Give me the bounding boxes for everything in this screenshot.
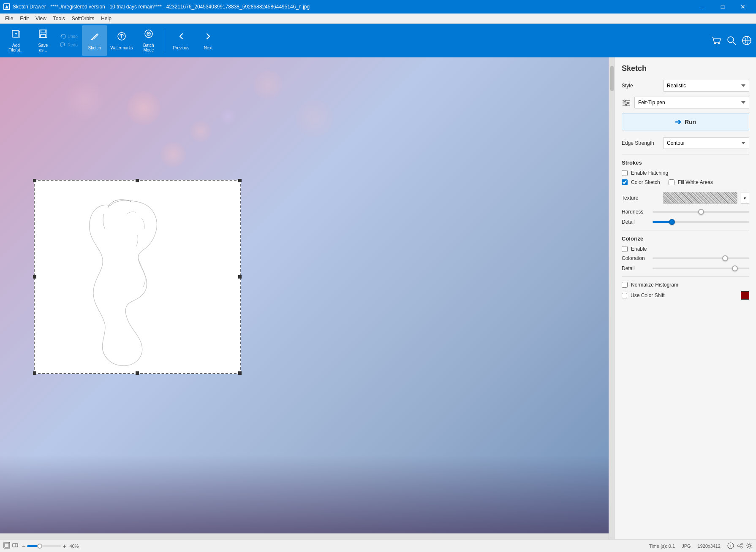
hardness-thumb[interactable] bbox=[698, 209, 704, 215]
color-sketch-checkbox[interactable] bbox=[622, 179, 628, 185]
watermarks-icon bbox=[117, 31, 127, 44]
next-button[interactable]: Next bbox=[196, 25, 221, 56]
texture-row: Texture ▾ bbox=[622, 192, 749, 204]
title-bar: Sketch Drawer - ****Unregistered version… bbox=[0, 0, 756, 14]
scroll-thumb[interactable] bbox=[610, 66, 614, 91]
svg-text:i: i bbox=[730, 544, 731, 548]
search-icon[interactable] bbox=[726, 35, 737, 46]
texture-dropdown-btn[interactable]: ▾ bbox=[741, 192, 749, 204]
close-button[interactable]: ✕ bbox=[733, 0, 753, 14]
next-icon bbox=[203, 31, 213, 44]
info-icon[interactable]: i bbox=[727, 542, 734, 550]
canvas-area[interactable] bbox=[0, 57, 609, 539]
svg-point-29 bbox=[741, 547, 742, 548]
enable-hatching-label[interactable]: Enable Hatching bbox=[631, 170, 668, 176]
color-sketch-row: Color Sketch bbox=[622, 179, 660, 185]
detail-colorize-fill bbox=[653, 268, 735, 269]
zoom-minus-button[interactable]: − bbox=[22, 543, 25, 549]
normalize-histogram-checkbox[interactable] bbox=[622, 282, 628, 288]
save-as-icon bbox=[38, 29, 48, 41]
coloration-thumb[interactable] bbox=[722, 255, 728, 261]
zoom-value: 46% bbox=[69, 544, 79, 549]
normalize-histogram-label[interactable]: Normalize Histogram bbox=[631, 282, 678, 288]
use-color-shift-label[interactable]: Use Color Shift bbox=[631, 292, 665, 298]
enable-colorize-checkbox[interactable] bbox=[622, 246, 628, 252]
menu-view[interactable]: View bbox=[32, 15, 50, 22]
texture-preview[interactable] bbox=[663, 192, 737, 204]
watermarks-button[interactable]: Watermarks bbox=[109, 25, 134, 56]
detail-thumb[interactable] bbox=[669, 219, 675, 225]
enable-hatching-checkbox[interactable] bbox=[622, 170, 628, 176]
zoom-plus-button[interactable]: + bbox=[63, 543, 66, 549]
svg-point-10 bbox=[718, 43, 720, 44]
style-select[interactable]: Realistic Cartoon Pencil Ink bbox=[663, 80, 749, 92]
use-color-shift-checkbox[interactable] bbox=[622, 293, 627, 298]
zoom-controls: − + bbox=[22, 543, 66, 549]
detail-colorize-track[interactable] bbox=[653, 268, 749, 269]
divider-1 bbox=[622, 154, 749, 154]
coloration-row: Coloration bbox=[622, 255, 749, 261]
svg-point-11 bbox=[728, 37, 734, 43]
add-files-button[interactable]: AddFile(s)... bbox=[3, 25, 29, 56]
color-shift-swatch[interactable] bbox=[741, 291, 749, 300]
fill-white-areas-row: Fill White Areas bbox=[669, 179, 713, 185]
panel-title: Sketch bbox=[622, 64, 749, 73]
time-label: Time (s): 0.1 bbox=[649, 544, 675, 549]
toolbar-right-icons bbox=[710, 35, 753, 46]
menu-tools[interactable]: Tools bbox=[50, 15, 68, 22]
detail-label: Detail bbox=[622, 219, 649, 225]
previous-label: Previous bbox=[173, 46, 189, 50]
bokeh-2 bbox=[190, 121, 211, 142]
enable-colorize-label[interactable]: Enable bbox=[631, 246, 647, 252]
maximize-button[interactable]: □ bbox=[713, 0, 732, 14]
fill-white-areas-checkbox[interactable] bbox=[669, 179, 674, 185]
settings-icon[interactable] bbox=[746, 542, 753, 550]
format-label: JPG bbox=[682, 544, 691, 549]
main-layout: Sketch Style Realistic Cartoon Pencil In… bbox=[0, 57, 756, 539]
svg-point-28 bbox=[737, 545, 739, 547]
previous-button[interactable]: Previous bbox=[169, 25, 194, 56]
svg-rect-22 bbox=[5, 543, 9, 547]
edge-strength-label: Edge Strength bbox=[622, 140, 660, 146]
share-icon[interactable] bbox=[737, 542, 743, 550]
zoom-slider-track[interactable] bbox=[27, 545, 61, 547]
sketch-icon bbox=[90, 31, 100, 44]
globe-icon[interactable] bbox=[741, 35, 753, 46]
batch-mode-button[interactable]: BatchMode bbox=[136, 25, 161, 56]
hardness-track[interactable] bbox=[653, 211, 749, 213]
texture-label: Texture bbox=[622, 195, 660, 201]
cart-icon[interactable] bbox=[710, 35, 722, 46]
menu-edit[interactable]: Edit bbox=[16, 15, 32, 22]
previous-icon bbox=[176, 31, 186, 44]
horizontal-scrollbar[interactable] bbox=[0, 533, 609, 539]
undo-redo-group: Undo Redo bbox=[57, 31, 80, 50]
dimensions-label: 1920x3412 bbox=[698, 544, 721, 549]
menu-help[interactable]: Help bbox=[98, 15, 115, 22]
coloration-track[interactable] bbox=[653, 257, 749, 259]
detail-track[interactable] bbox=[653, 221, 749, 223]
fill-white-areas-label[interactable]: Fill White Areas bbox=[678, 179, 713, 185]
menu-softorbits[interactable]: SoftOrbits bbox=[68, 15, 98, 22]
bokeh-1 bbox=[127, 91, 160, 125]
run-arrow-icon: ➔ bbox=[675, 117, 681, 127]
batch-mode-label: BatchMode bbox=[143, 43, 154, 52]
enable-colorize-row: Enable bbox=[622, 246, 749, 252]
run-button[interactable]: ➔ Run bbox=[622, 114, 749, 130]
zoom-fit-icon[interactable] bbox=[3, 542, 10, 550]
menu-file[interactable]: File bbox=[2, 15, 16, 22]
detail-colorize-thumb[interactable] bbox=[732, 265, 738, 271]
presets-select[interactable]: Felt-Tip pen Pencil Charcoal Ink bbox=[634, 97, 749, 108]
actual-size-icon[interactable] bbox=[12, 542, 19, 550]
svg-point-27 bbox=[741, 543, 742, 545]
detail-colorize-row: Detail bbox=[622, 265, 749, 271]
vertical-scrollbar[interactable] bbox=[609, 57, 615, 539]
save-as-button[interactable]: Saveas... bbox=[30, 25, 56, 56]
zoom-slider-thumb[interactable] bbox=[37, 544, 42, 549]
minimize-button[interactable]: ─ bbox=[693, 0, 712, 14]
hardness-label: Hardness bbox=[622, 209, 649, 215]
svg-line-30 bbox=[739, 544, 741, 545]
edge-strength-select[interactable]: Contour Normal Strong Weak bbox=[663, 137, 749, 149]
color-sketch-label[interactable]: Color Sketch bbox=[631, 179, 660, 185]
colorize-label: Colorize bbox=[622, 235, 749, 242]
sketch-button[interactable]: Sketch bbox=[82, 25, 107, 56]
